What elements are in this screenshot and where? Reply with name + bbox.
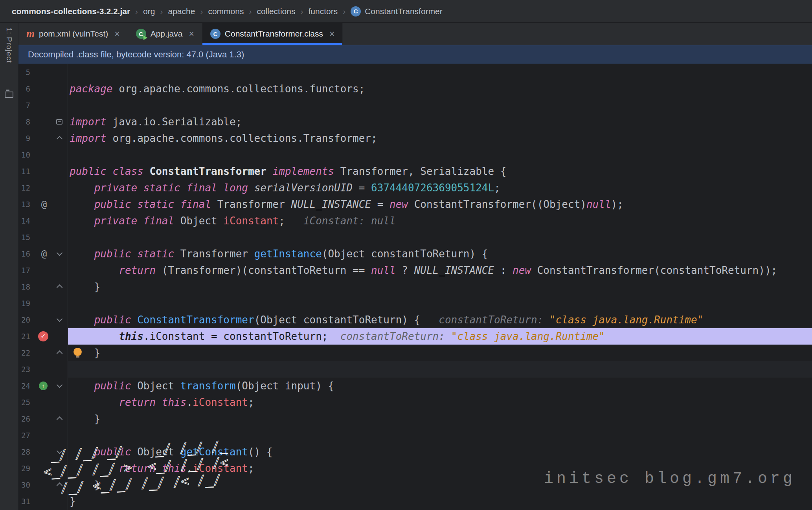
code-text[interactable]: return this.iConstant; (68, 394, 812, 411)
code-text[interactable]: } (68, 345, 812, 361)
fold-expand-icon[interactable] (57, 284, 63, 291)
line-number[interactable]: 25 (21, 394, 30, 411)
fold-expand-icon[interactable] (57, 350, 63, 357)
gutter[interactable]: 22 (18, 345, 68, 361)
code-text[interactable] (68, 427, 812, 444)
gutter[interactable]: 24↑ (18, 378, 68, 394)
gutter[interactable]: 11 (18, 163, 68, 180)
gutter[interactable]: 12 (18, 180, 68, 196)
line-number[interactable]: 15 (21, 229, 30, 246)
gutter[interactable]: 8 (18, 114, 68, 130)
gutter[interactable]: 30 (18, 477, 68, 493)
line-number[interactable]: 8 (26, 114, 30, 130)
tab-close-icon[interactable]: × (189, 29, 194, 39)
fold-collapse-icon[interactable] (57, 448, 63, 454)
gutter[interactable]: 19 (18, 295, 68, 312)
line-number[interactable]: 14 (21, 213, 30, 229)
gutter[interactable]: 27 (18, 427, 68, 444)
gutter[interactable]: 25 (18, 394, 68, 411)
code-text[interactable]: return this.iConstant; (68, 460, 812, 477)
line-number[interactable]: 17 (21, 262, 30, 279)
code-text[interactable] (68, 361, 812, 378)
line-number[interactable]: 13 (21, 196, 30, 213)
gutter[interactable]: 29 (18, 460, 68, 477)
code-text[interactable]: } (68, 477, 812, 493)
line-number[interactable]: 29 (21, 460, 30, 477)
breakpoint-icon[interactable]: ✓ (38, 331, 48, 341)
line-number[interactable]: 31 (21, 493, 30, 510)
intention-bulb-icon[interactable] (73, 348, 82, 356)
code-text[interactable]: import org.apache.commons.collections.Tr… (68, 130, 812, 147)
line-number[interactable]: 24 (21, 378, 30, 394)
line-number[interactable]: 12 (21, 180, 30, 196)
line-number[interactable]: 5 (26, 64, 30, 81)
editor[interactable]: 56package org.apache.commons.collections… (18, 64, 812, 510)
line-number[interactable]: 21 (21, 328, 30, 345)
gutter[interactable]: 15 (18, 229, 68, 246)
breadcrumb-item[interactable]: org (143, 7, 155, 16)
gutter[interactable]: 18 (18, 279, 68, 295)
gutter[interactable]: 9 (18, 130, 68, 147)
project-stripe-button[interactable]: 1: Project (5, 28, 13, 63)
line-number[interactable]: 30 (21, 477, 30, 493)
fold-imports-icon[interactable] (56, 119, 62, 125)
tab-close-icon[interactable]: × (114, 29, 119, 39)
code-text[interactable]: } (68, 411, 812, 427)
code-text[interactable]: package org.apache.commons.collections.f… (68, 81, 812, 97)
fold-expand-icon[interactable] (57, 136, 63, 142)
gutter[interactable]: 5 (18, 64, 68, 81)
code-text[interactable]: public static final Transformer NULL_INS… (68, 196, 812, 213)
gutter[interactable]: 6 (18, 81, 68, 97)
gutter[interactable]: 10 (18, 147, 68, 163)
editor-tab-app-java[interactable]: CApp.java× (128, 23, 202, 45)
breadcrumb-item[interactable]: commons (208, 7, 244, 16)
code-text[interactable]: import java.io.Serializable; (68, 114, 812, 130)
tab-close-icon[interactable]: × (329, 29, 334, 39)
code-text[interactable]: private static final long serialVersionU… (68, 180, 812, 196)
code-text[interactable] (68, 64, 812, 81)
gutter[interactable]: 17 (18, 262, 68, 279)
gutter[interactable]: 21✓ (18, 328, 68, 345)
gutter[interactable]: 7 (18, 97, 68, 114)
code-text[interactable]: return (Transformer)(constantToReturn ==… (68, 262, 812, 279)
line-number[interactable]: 26 (21, 411, 30, 427)
breadcrumb-item[interactable]: collections (257, 7, 295, 16)
code-text[interactable]: public static Transformer getInstance(Ob… (68, 246, 812, 262)
code-text[interactable] (68, 229, 812, 246)
fold-expand-icon[interactable] (57, 416, 63, 423)
project-folder-icon[interactable] (5, 92, 13, 98)
fold-collapse-icon[interactable] (57, 316, 63, 322)
fold-collapse-icon[interactable] (57, 382, 63, 388)
code-text[interactable]: private final Object iConstant; iConstan… (68, 213, 812, 229)
gutter[interactable]: 28 (18, 444, 68, 460)
editor-tab-pom-xml-vulntest[interactable]: mpom.xml (vulnTest)× (18, 23, 128, 45)
code-text[interactable]: public Object transform(Object input) { (68, 378, 812, 394)
code-text[interactable]: public ConstantTransformer(Object consta… (68, 312, 812, 328)
code-text[interactable]: } (68, 279, 812, 295)
gutter[interactable]: 13@ (18, 196, 68, 213)
fold-collapse-icon[interactable] (57, 250, 63, 256)
line-number[interactable]: 6 (26, 81, 30, 97)
breadcrumb-jar[interactable]: commons-collections-3.2.2.jar (12, 7, 130, 16)
gutter[interactable]: 31 (18, 493, 68, 510)
fold-expand-icon[interactable] (57, 482, 63, 489)
line-number[interactable]: 27 (21, 427, 30, 444)
editor-tab-constanttransformer-class[interactable]: CConstantTransformer.class× (202, 23, 343, 45)
gutter[interactable]: 26 (18, 411, 68, 427)
line-number[interactable]: 16 (21, 246, 30, 262)
code-text[interactable] (68, 295, 812, 312)
line-number[interactable]: 11 (21, 163, 30, 180)
code-text[interactable]: public class ConstantTransformer impleme… (68, 163, 812, 180)
line-number[interactable]: 9 (26, 130, 30, 147)
breadcrumb-class[interactable]: CConstantTransformer (351, 6, 443, 17)
gutter[interactable]: 23 (18, 361, 68, 378)
gutter[interactable]: 14 (18, 213, 68, 229)
line-number[interactable]: 28 (21, 444, 30, 460)
line-number[interactable]: 19 (21, 295, 30, 312)
code-text[interactable] (68, 97, 812, 114)
code-text[interactable]: public Object getConstant() { (68, 444, 812, 460)
gutter[interactable]: 16@ (18, 246, 68, 262)
line-number[interactable]: 18 (21, 279, 30, 295)
breadcrumb-item[interactable]: functors (308, 7, 338, 16)
code-text[interactable]: this.iConstant = constantToReturn; const… (68, 328, 812, 345)
